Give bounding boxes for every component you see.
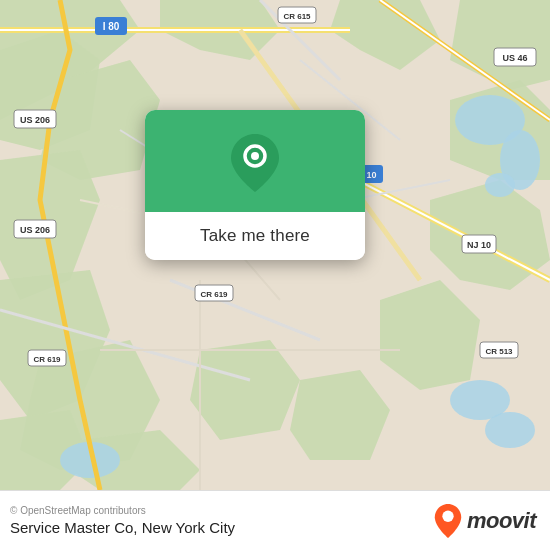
svg-text:CR 619: CR 619 (200, 290, 228, 299)
svg-point-61 (251, 152, 259, 160)
svg-point-21 (485, 412, 535, 448)
location-pin-icon (229, 132, 281, 194)
svg-text:NJ 10: NJ 10 (467, 240, 491, 250)
moovit-logo: moovit (434, 504, 536, 538)
copyright-text: © OpenStreetMap contributors (10, 505, 235, 516)
moovit-pin-icon (434, 504, 462, 538)
take-me-there-button[interactable]: Take me there (145, 212, 365, 260)
svg-point-62 (442, 510, 453, 521)
location-name: Service Master Co, New York City (10, 519, 235, 536)
map-container: I 80 US 206 US 206 CR 615 US 46 I 10 NJ … (0, 0, 550, 490)
bottom-bar: © OpenStreetMap contributors Service Mas… (0, 490, 550, 550)
svg-point-19 (485, 173, 515, 197)
popup-card: Take me there (145, 110, 365, 260)
svg-text:CR 615: CR 615 (283, 12, 311, 21)
bottom-left: © OpenStreetMap contributors Service Mas… (10, 505, 235, 536)
svg-text:CR 619: CR 619 (33, 355, 61, 364)
svg-text:US 206: US 206 (20, 225, 50, 235)
svg-text:CR 513: CR 513 (485, 347, 513, 356)
popup-green-area (145, 110, 365, 212)
svg-text:I 80: I 80 (103, 21, 120, 32)
moovit-text: moovit (467, 508, 536, 534)
svg-text:US 46: US 46 (502, 53, 527, 63)
svg-text:US 206: US 206 (20, 115, 50, 125)
